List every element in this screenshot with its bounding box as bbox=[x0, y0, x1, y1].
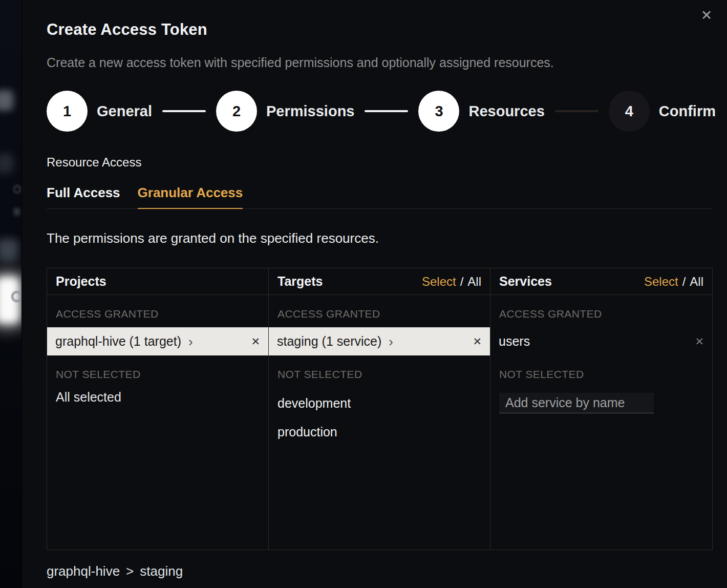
not-selected-label: NOT SELECTED bbox=[277, 368, 481, 381]
granular-access-description: The permissions are granted on the speci… bbox=[47, 230, 713, 246]
wizard-stepper: 1 General 2 Permissions 3 Resources 4 Co… bbox=[47, 91, 713, 132]
remove-project-icon[interactable]: ✕ bbox=[251, 335, 260, 348]
step-connector bbox=[162, 110, 206, 112]
breadcrumb-project: graphql-hive bbox=[47, 563, 120, 579]
access-mode-tabs: Full Access Granular Access bbox=[47, 185, 713, 209]
granted-service-row: users ✕ bbox=[490, 327, 712, 355]
resource-picker-table: Projects ACCESS GRANTED graphql-hive (1 … bbox=[47, 268, 713, 550]
step-connector bbox=[365, 110, 408, 112]
services-select-links: Select / All bbox=[644, 275, 703, 289]
services-select-link[interactable]: Select bbox=[644, 275, 678, 289]
step-label: Permissions bbox=[266, 103, 354, 120]
blurred-folder-icon bbox=[0, 239, 18, 261]
page-behind-overlay bbox=[0, 0, 22, 588]
projects-all-selected-note: All selected bbox=[56, 390, 260, 405]
blurred-glyph bbox=[14, 208, 20, 216]
add-service-input[interactable] bbox=[499, 393, 654, 413]
services-all-link[interactable]: All bbox=[690, 275, 703, 289]
target-item-development[interactable]: development bbox=[269, 389, 490, 417]
access-granted-label: ACCESS GRANTED bbox=[277, 308, 481, 320]
column-services: Services Select / All ACCESS GRANTED use… bbox=[490, 268, 712, 550]
step-resources[interactable]: 3 Resources bbox=[418, 91, 544, 132]
not-selected-label: NOT SELECTED bbox=[56, 368, 260, 381]
projects-header: Projects bbox=[47, 268, 268, 295]
targets-unselected-list: development production bbox=[269, 389, 490, 446]
tab-full-access[interactable]: Full Access bbox=[47, 185, 120, 209]
modal-subtitle: Create a new access token with specified… bbox=[47, 55, 713, 70]
select-all-divider: / bbox=[460, 275, 464, 289]
column-title: Targets bbox=[277, 274, 323, 289]
chevron-right-icon: › bbox=[389, 335, 393, 348]
step-label: General bbox=[97, 103, 152, 120]
remove-target-icon[interactable]: ✕ bbox=[473, 335, 482, 348]
create-access-token-modal: ✕ Create Access Token Create a new acces… bbox=[22, 0, 727, 588]
targets-select-links: Select / All bbox=[422, 275, 481, 289]
breadcrumb-separator: > bbox=[126, 563, 134, 579]
column-title: Services bbox=[499, 274, 552, 289]
step-indicator: 3 bbox=[418, 91, 459, 132]
targets-all-link[interactable]: All bbox=[467, 275, 481, 289]
granted-target-row[interactable]: staging (1 service) › ✕ bbox=[269, 327, 490, 355]
step-label: Confirm bbox=[659, 103, 716, 120]
chevron-right-icon: › bbox=[188, 335, 193, 348]
targets-select-link[interactable]: Select bbox=[422, 275, 456, 289]
access-granted-label: ACCESS GRANTED bbox=[499, 308, 703, 320]
step-general[interactable]: 1 General bbox=[47, 91, 152, 132]
step-label: Resources bbox=[468, 103, 544, 120]
services-header: Services Select / All bbox=[490, 268, 712, 295]
blurred-ring-icon bbox=[11, 291, 22, 302]
column-projects: Projects ACCESS GRANTED graphql-hive (1 … bbox=[47, 268, 269, 550]
granted-project-label: graphql-hive (1 target) bbox=[55, 334, 181, 349]
granted-service-label: users bbox=[499, 334, 530, 349]
column-targets: Targets Select / All ACCESS GRANTED stag… bbox=[269, 268, 490, 550]
blurred-avatar bbox=[0, 90, 13, 111]
breadcrumb-target: staging bbox=[140, 563, 183, 579]
step-connector bbox=[555, 110, 598, 112]
access-granted-label: ACCESS GRANTED bbox=[56, 308, 260, 320]
select-all-divider: / bbox=[682, 275, 686, 289]
blurred-text-block bbox=[0, 154, 13, 173]
granted-project-row[interactable]: graphql-hive (1 target) › ✕ bbox=[47, 327, 268, 355]
granted-target-label: staging (1 service) bbox=[277, 334, 381, 349]
step-permissions[interactable]: 2 Permissions bbox=[216, 91, 354, 132]
target-item-production[interactable]: production bbox=[269, 417, 490, 446]
close-icon[interactable]: ✕ bbox=[697, 6, 716, 25]
step-indicator: 2 bbox=[216, 91, 257, 132]
remove-service-icon[interactable]: ✕ bbox=[695, 335, 704, 348]
resource-access-heading: Resource Access bbox=[47, 155, 713, 170]
targets-header: Targets Select / All bbox=[269, 268, 490, 295]
column-title: Projects bbox=[56, 274, 106, 289]
tab-granular-access[interactable]: Granular Access bbox=[138, 185, 243, 209]
blurred-glyph bbox=[13, 185, 21, 194]
modal-title: Create Access Token bbox=[47, 20, 713, 39]
step-indicator: 4 bbox=[609, 91, 650, 132]
step-indicator: 1 bbox=[47, 91, 88, 132]
breadcrumb: graphql-hive > staging bbox=[47, 563, 713, 579]
step-confirm[interactable]: 4 Confirm bbox=[609, 91, 716, 132]
not-selected-label: NOT SELECTED bbox=[499, 368, 703, 381]
